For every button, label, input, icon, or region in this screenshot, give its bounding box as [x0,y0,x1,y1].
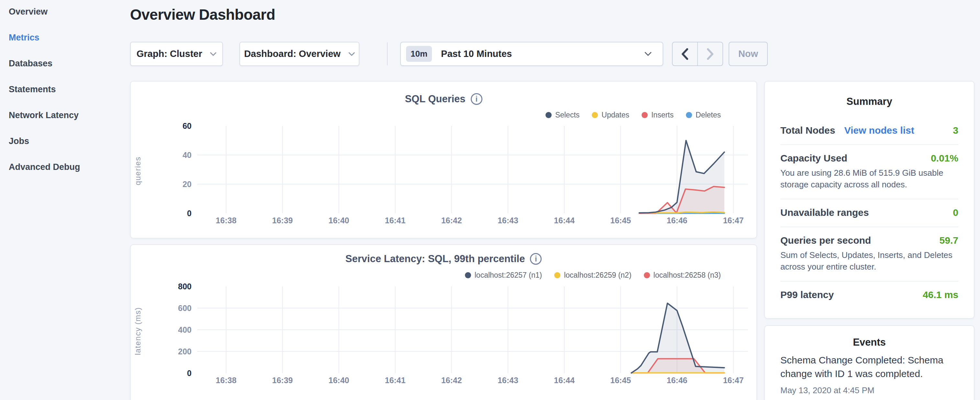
svg-text:16:46: 16:46 [667,216,687,225]
svg-text:16:44: 16:44 [554,216,574,225]
summary-row: Queries per second59.7Sum of Selects, Up… [780,227,958,282]
chevron-right-icon [706,48,714,60]
prev-time-button[interactable] [673,42,697,65]
svg-text:16:45: 16:45 [610,216,631,225]
svg-text:200: 200 [178,347,191,356]
svg-text:16:44: 16:44 [554,376,574,385]
sql-queries-plot: 16:3816:3916:4016:4116:4216:4316:4416:45… [131,81,758,239]
dashboard-dropdown[interactable]: Dashboard: Overview [239,42,360,66]
event-text: Schema Change Completed: Schema change w… [780,354,958,381]
time-range-badge: 10m [406,46,432,62]
sidebar-item-overview[interactable]: Overview [0,0,129,25]
svg-text:60: 60 [183,121,191,131]
svg-text:16:41: 16:41 [385,216,406,225]
summary-row: Capacity Used0.01%You are using 28.6 MiB… [780,145,958,199]
svg-text:16:45: 16:45 [610,376,631,385]
toolbar-divider [387,42,388,65]
page-title: Overview Dashboard [130,6,275,23]
time-step-buttons [672,42,723,66]
svg-text:16:40: 16:40 [328,216,349,225]
svg-text:16:47: 16:47 [723,376,744,385]
dashboard-dropdown-label: Dashboard: Overview [244,49,340,59]
svg-text:0: 0 [187,369,191,378]
events-panel: Events Schema Change Completed: Schema c… [764,325,975,400]
sidebar-item-metrics[interactable]: Metrics [0,25,129,51]
svg-text:16:42: 16:42 [441,216,462,225]
svg-text:800: 800 [178,282,191,291]
svg-text:16:41: 16:41 [385,376,406,385]
chevron-down-icon [348,52,355,56]
svg-text:600: 600 [178,304,191,312]
now-button[interactable]: Now [729,42,768,66]
summary-row-value: 3 [953,125,958,136]
summary-row-label: Capacity Used [780,153,847,164]
summary-row: Unavailable ranges0 [780,199,958,227]
time-range-label: Past 10 Minutes [441,49,512,59]
svg-text:16:38: 16:38 [216,376,237,385]
sidebar-item-advanced-debug[interactable]: Advanced Debug [0,154,129,180]
time-range-selector[interactable]: 10m Past 10 Minutes [400,42,663,66]
chevron-left-icon [681,48,689,60]
events-title: Events [765,336,974,348]
svg-text:16:38: 16:38 [216,216,237,225]
summary-row-description: Sum of Selects, Updates, Inserts, and De… [780,249,958,273]
sidebar-item-databases[interactable]: Databases [0,51,129,76]
svg-text:16:43: 16:43 [498,216,518,225]
svg-text:0: 0 [187,209,191,218]
service-latency-plot: 16:3816:3916:4016:4116:4216:4316:4416:45… [131,245,758,400]
svg-text:20: 20 [183,180,191,189]
summary-row-value: 0 [953,207,958,218]
svg-text:16:40: 16:40 [328,376,349,385]
sql-queries-chart-card: SQL Queries i SelectsUpdatesInsertsDelet… [130,81,757,239]
service-latency-chart-card: Service Latency: SQL, 99th percentile i … [130,244,757,400]
graph-dropdown-label: Graph: Cluster [137,49,202,59]
svg-text:16:43: 16:43 [498,376,518,385]
next-time-button[interactable] [697,42,722,65]
summary-title: Summary [765,96,974,107]
sidebar-item-statements[interactable]: Statements [0,76,129,102]
summary-row-label: P99 latency [780,289,834,300]
svg-text:16:47: 16:47 [723,216,744,225]
event-timestamp: May 13, 2020 at 4:45 PM [780,384,958,396]
summary-row: Total NodesView nodes list3 [780,117,958,145]
sidebar-item-jobs[interactable]: Jobs [0,128,129,154]
summary-panel: Summary Total NodesView nodes list3Capac… [764,81,975,319]
summary-row-value: 59.7 [940,235,958,246]
sidebar-item-network-latency[interactable]: Network Latency [0,102,129,128]
summary-row-label: Queries per second [780,235,871,246]
event-item[interactable]: Schema Change Completed: Schema change w… [780,354,958,396]
summary-row-description: You are using 28.6 MiB of 515.9 GiB usab… [780,167,958,190]
chevron-down-icon [210,52,216,56]
summary-row-value: 0.01% [931,153,958,164]
summary-row: P99 latency46.1 ms [780,282,958,309]
summary-row-label: Total Nodes [780,125,835,136]
chevron-down-icon [644,52,652,56]
svg-text:16:39: 16:39 [272,376,293,385]
svg-text:16:46: 16:46 [667,376,687,385]
sidebar: Overview Metrics Databases Statements Ne… [0,0,129,180]
svg-text:400: 400 [178,325,191,334]
summary-row-value: 46.1 ms [923,289,958,300]
summary-row-label: Unavailable ranges [780,207,869,218]
svg-text:40: 40 [183,150,191,159]
svg-text:16:39: 16:39 [272,216,293,225]
view-nodes-link[interactable]: View nodes list [844,125,914,136]
svg-text:16:42: 16:42 [441,376,462,385]
graph-dropdown[interactable]: Graph: Cluster [130,42,223,66]
